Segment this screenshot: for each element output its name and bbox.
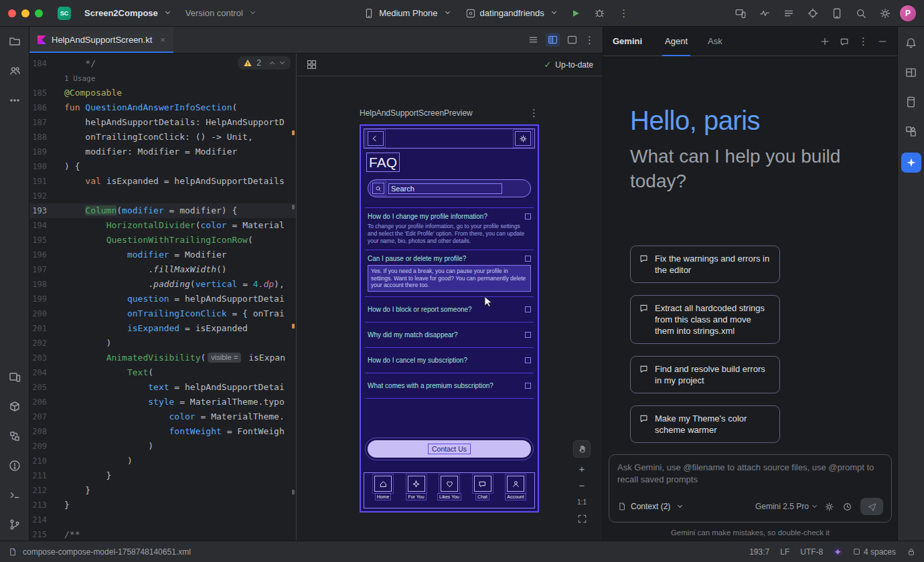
code-line[interactable]: 214	[29, 512, 296, 527]
faq-item[interactable]: Why did my match disappear?	[365, 322, 534, 348]
preview-canvas[interactable]: HelpAndSupportScreenPreview ⋮ FA	[297, 76, 603, 541]
preview-name[interactable]: HelpAndSupportScreenPreview	[360, 108, 473, 118]
settings-icon[interactable]	[876, 4, 895, 23]
nav-item[interactable]: For You	[401, 476, 432, 505]
device-mirroring-icon[interactable]	[731, 4, 750, 23]
faq-item[interactable]: How do I block or report someone?	[365, 297, 534, 322]
prompt-history-icon[interactable]	[842, 502, 852, 512]
code-line[interactable]: 185@Composable	[29, 86, 296, 100]
run-more-options-icon[interactable]: ⋮	[615, 4, 633, 23]
pull-requests-icon[interactable]	[7, 63, 23, 79]
code-line[interactable]: 200 onTrailingIconClick = { onTrai	[29, 306, 296, 321]
code-line[interactable]: 209 )	[29, 439, 296, 454]
tab-ask[interactable]: Ask	[705, 27, 725, 56]
run-button[interactable]	[566, 4, 585, 23]
gemini-prompt-textarea[interactable]	[617, 462, 883, 488]
code-line[interactable]: 199 question = helpAndSupportDetai	[29, 292, 296, 306]
search-bar[interactable]: Search	[368, 179, 531, 197]
zoom-ratio-button[interactable]: 1:1	[574, 496, 589, 508]
project-selector[interactable]: Screen2Compose	[79, 5, 175, 21]
contact-us-button[interactable]: Contact Us	[368, 440, 531, 458]
logcat-icon[interactable]	[779, 4, 798, 23]
nav-item[interactable]: Account	[500, 476, 531, 505]
code-line[interactable]: 215/**	[29, 527, 296, 541]
suggestion-card[interactable]: Find and resolve build errors in my proj…	[630, 356, 780, 393]
code-line[interactable]: 1 Usage	[29, 71, 296, 86]
zoom-to-fit-icon[interactable]	[574, 512, 589, 525]
zoom-in-button[interactable]: +	[574, 462, 589, 474]
code-line[interactable]: 206 style = MaterialTheme.typo	[29, 395, 296, 409]
code-line[interactable]: 196 modifier = Modifier	[29, 248, 296, 262]
vcs-widget[interactable]: Version control	[180, 5, 260, 21]
expand-icon[interactable]	[525, 357, 531, 363]
pan-tool-icon[interactable]	[573, 440, 591, 458]
readonly-lock-icon[interactable]	[907, 547, 916, 557]
usage-hint[interactable]: 1 Usage	[64, 74, 95, 83]
avatar[interactable]: P	[900, 5, 916, 21]
nav-item[interactable]: Likes You	[434, 476, 465, 505]
chat-history-icon[interactable]	[839, 36, 850, 47]
split-mode-icon[interactable]	[546, 33, 560, 47]
preview-more-icon[interactable]: ⋮	[529, 107, 539, 119]
faq-item[interactable]: What comes with a premium subscription?	[365, 373, 534, 399]
more-tool-windows-icon[interactable]	[7, 92, 23, 108]
code-line[interactable]: 197 .fillMaxWidth()	[29, 262, 296, 277]
resource-manager-icon[interactable]	[903, 123, 919, 139]
layout-inspector-icon[interactable]	[903, 94, 919, 110]
code-line[interactable]: 194 HorizontalDivider(color = Material	[29, 218, 296, 233]
faq-item[interactable]: How do I cancel my subscription?	[365, 348, 534, 373]
zoom-out-button[interactable]: −	[574, 479, 589, 491]
profiler-icon[interactable]	[755, 4, 774, 23]
notifications-icon[interactable]	[903, 35, 919, 51]
code-line[interactable]: 192	[29, 189, 296, 203]
gemini-more-options-icon[interactable]: ⋮	[858, 35, 868, 48]
code-line[interactable]: 212 }	[29, 483, 296, 498]
context-selector[interactable]: Context (2)	[617, 502, 682, 511]
faq-item[interactable]: Can I pause or delete my profile?Yes. If…	[365, 250, 534, 298]
maximize-window-button[interactable]	[35, 9, 43, 17]
close-window-button[interactable]	[8, 9, 16, 17]
version-control-icon[interactable]	[7, 517, 23, 533]
problems-icon[interactable]	[7, 458, 23, 474]
expand-icon[interactable]	[525, 256, 531, 262]
code-line[interactable]: 203 AnimatedVisibility(visible = isExpan	[29, 351, 296, 365]
code-line[interactable]: 207 color = MaterialTheme.	[29, 409, 296, 424]
code-line[interactable]: 205 text = helpAndSupportDetai	[29, 380, 296, 395]
hide-panel-icon[interactable]	[877, 36, 888, 47]
device-manager-icon[interactable]	[828, 4, 846, 23]
back-button[interactable]	[368, 131, 384, 146]
terminal-icon[interactable]	[7, 487, 23, 503]
expand-icon[interactable]	[525, 213, 531, 219]
code-line[interactable]: 187 helpAndSupportDetails: HelpAndSuppor…	[29, 115, 296, 130]
code-line[interactable]: 191 val isExpanded = helpAndSupportDetai…	[29, 174, 296, 189]
next-problem-icon[interactable]	[279, 60, 285, 66]
code-line[interactable]: 201 isExpanded = isExpanded	[29, 321, 296, 336]
build-icon[interactable]	[7, 399, 23, 415]
code-line[interactable]: 193 Column(modifier = modifier) {	[29, 203, 296, 218]
phone-preview[interactable]: FAQ Search How do I change my profile in…	[360, 124, 539, 512]
code-line[interactable]: 208 fontWeight = FontWeigh	[29, 424, 296, 439]
tab-helpandsupportscreen[interactable]: HelpAndSupportScreen.kt ×	[29, 27, 173, 53]
app-quality-insights-icon[interactable]	[803, 4, 822, 23]
indent-setting[interactable]: 4 spaces	[852, 547, 896, 557]
expand-icon[interactable]	[525, 306, 531, 312]
code-line[interactable]: 202 )	[29, 336, 296, 351]
settings-gear-icon[interactable]	[515, 131, 531, 146]
design-mode-icon[interactable]	[566, 34, 578, 45]
expand-icon[interactable]	[525, 383, 531, 389]
editor-more-options-icon[interactable]: ⋮	[585, 34, 595, 46]
code-line[interactable]: 204 Text(	[29, 365, 296, 380]
caret-position[interactable]: 193:7	[749, 547, 769, 557]
send-button[interactable]	[860, 498, 883, 515]
code-line[interactable]: 195 QuestionWithTrailingIconRow(	[29, 233, 296, 248]
code-mode-icon[interactable]	[528, 34, 539, 45]
ai-status-icon[interactable]: ✦	[834, 547, 842, 557]
running-devices-icon[interactable]	[7, 369, 23, 385]
suggestion-card[interactable]: Extract all hardcoded strings from this …	[630, 295, 780, 344]
code-line[interactable]: 190) {	[29, 159, 296, 174]
debug-button[interactable]	[591, 4, 609, 23]
gemini-settings-icon[interactable]	[824, 502, 834, 512]
minimize-window-button[interactable]	[21, 9, 29, 17]
nav-item[interactable]: Chat	[467, 476, 498, 505]
code-editor[interactable]: 184 */1 Usage185@Composable186fun Questi…	[29, 54, 297, 541]
